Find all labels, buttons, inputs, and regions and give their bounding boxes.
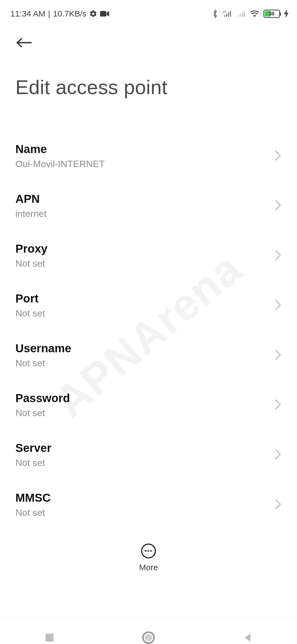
nav-recent-button[interactable]	[38, 633, 61, 643]
status-right: 4G 38	[212, 9, 289, 18]
row-label: Port	[15, 292, 45, 305]
gear-icon	[89, 10, 97, 18]
bottom-action-bar: ••• More	[0, 535, 297, 572]
row-proxy[interactable]: Proxy Not set	[15, 231, 282, 281]
row-value: Not set	[15, 358, 71, 369]
svg-rect-6	[238, 15, 239, 17]
svg-point-12	[254, 16, 255, 17]
row-value: internet	[15, 208, 46, 219]
bluetooth-icon	[212, 9, 218, 18]
row-password[interactable]: Password Not set	[15, 381, 282, 430]
triangle-left-icon	[243, 633, 252, 643]
nav-bar	[0, 617, 297, 644]
row-apn[interactable]: APN internet	[15, 181, 282, 231]
row-value: Not set	[15, 258, 48, 269]
svg-rect-0	[100, 11, 106, 17]
page-title: Edit access point	[15, 76, 282, 99]
row-name[interactable]: Name Oui-Movil-INTERNET	[15, 132, 282, 181]
row-label: MMSC	[15, 491, 51, 504]
square-icon	[45, 633, 54, 643]
wifi-icon	[250, 10, 260, 18]
row-label: Password	[15, 392, 70, 405]
chevron-right-icon	[274, 299, 282, 312]
row-label: APN	[15, 192, 46, 206]
row-value: Not set	[15, 308, 45, 319]
row-label: Server	[15, 441, 51, 455]
chevron-right-icon	[274, 349, 282, 361]
chevron-right-icon	[274, 499, 282, 511]
nav-back-button[interactable]	[237, 633, 258, 643]
row-username[interactable]: Username Not set	[15, 331, 282, 381]
svg-rect-2	[224, 15, 226, 17]
svg-rect-14	[46, 634, 54, 642]
row-port[interactable]: Port Not set	[15, 281, 282, 331]
battery-percent: 38	[264, 10, 279, 17]
row-label: Username	[15, 342, 71, 355]
row-server[interactable]: Server Not set	[15, 430, 282, 480]
row-value: Oui-Movil-INTERNET	[15, 159, 105, 169]
chevron-right-icon	[274, 200, 282, 212]
status-separator: |	[48, 9, 50, 18]
back-button[interactable]	[15, 33, 35, 52]
row-value: Not set	[15, 457, 51, 468]
svg-rect-4	[228, 12, 229, 17]
signal-sim1-icon: 4G	[222, 10, 232, 18]
more-icon: •••	[141, 544, 156, 558]
charging-icon	[284, 9, 289, 18]
arrow-left-icon	[15, 37, 33, 48]
battery-icon: 38	[263, 10, 280, 18]
status-time: 11:34 AM	[10, 9, 45, 18]
chevron-right-icon	[274, 250, 282, 262]
row-mmsc[interactable]: MMSC Not set	[15, 480, 282, 530]
row-value: Not set	[15, 507, 51, 518]
svg-point-16	[145, 634, 152, 641]
chevron-right-icon	[274, 399, 282, 411]
settings-list: Name Oui-Movil-INTERNET APN internet Pro…	[0, 132, 297, 580]
more-button[interactable]: ••• More	[139, 544, 158, 572]
video-icon	[100, 10, 109, 17]
more-label: More	[139, 563, 158, 572]
row-label: Name	[15, 143, 105, 156]
row-value: Not set	[15, 408, 70, 418]
chevron-right-icon	[274, 449, 282, 461]
status-bar: 11:34 AM | 10.7KB/s 4G 38	[0, 0, 297, 25]
status-netspeed: 10.7KB/s	[53, 9, 87, 18]
svg-rect-8	[242, 12, 243, 17]
svg-rect-3	[226, 14, 227, 17]
svg-rect-5	[230, 11, 231, 17]
header: Edit access point	[0, 25, 297, 99]
nav-home-button[interactable]	[138, 631, 160, 644]
svg-text:4G: 4G	[222, 10, 226, 13]
svg-rect-7	[240, 14, 241, 17]
chevron-right-icon	[274, 150, 282, 162]
signal-sim2-icon	[236, 10, 246, 18]
row-label: Proxy	[15, 242, 48, 255]
status-left: 11:34 AM | 10.7KB/s	[10, 9, 109, 18]
circle-icon	[142, 631, 155, 644]
